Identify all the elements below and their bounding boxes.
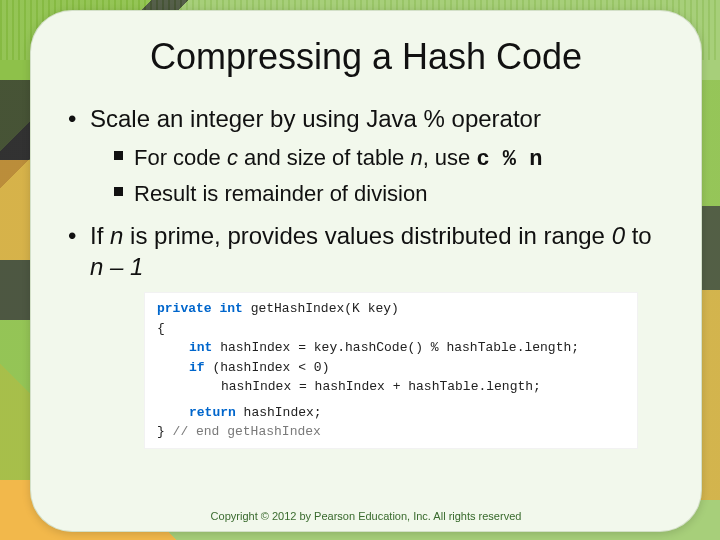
b2-nm1-rest: – 1: [103, 253, 143, 280]
code-line-1: private int getHashIndex(K key): [157, 299, 625, 319]
b2-pre: If: [90, 222, 110, 249]
slide-card: Compressing a Hash Code Scale an integer…: [30, 10, 702, 532]
code-line-7: } // end getHashIndex: [157, 422, 625, 442]
code-line-3: int hashIndex = key.hashCode() % hashTab…: [157, 338, 625, 358]
sub1-post: , use: [423, 145, 477, 170]
code-line-4: if (hashIndex < 0): [157, 358, 625, 378]
code-line-2: {: [157, 319, 625, 339]
sub1-var-c: c: [227, 145, 238, 170]
code-l2a: (hashIndex < 0): [205, 360, 330, 375]
code-comment: // end getHashIndex: [173, 424, 321, 439]
bullet-list: Scale an integer by using Java % operato…: [64, 104, 668, 282]
sub-bullet-2: Result is remainder of division: [112, 177, 668, 211]
b2-var-n: n: [110, 222, 123, 249]
kw-int-2: int: [189, 340, 212, 355]
code-line-6: return hashIndex;: [157, 403, 625, 423]
code-l4: hashIndex;: [236, 405, 322, 420]
b2-nm1-n: n: [90, 253, 103, 280]
fn-sig: getHashIndex(K key): [243, 301, 399, 316]
sub1-var-n: n: [410, 145, 422, 170]
sub1-pre: For code: [134, 145, 227, 170]
copyright-footer: Copyright © 2012 by Pearson Education, I…: [30, 510, 702, 522]
sub1-code-expr: c % n: [476, 147, 542, 172]
sub-bullet-1: For code c and size of table n, use c % …: [112, 141, 668, 177]
b2-zero: 0: [612, 222, 625, 249]
code-snippet: private int getHashIndex(K key) { int ha…: [144, 292, 638, 449]
bullet-2: If n is prime, provides values distribut…: [64, 221, 668, 282]
kw-if: if: [189, 360, 205, 375]
kw-return: return: [189, 405, 236, 420]
slide-title: Compressing a Hash Code: [64, 36, 668, 78]
kw-private: private: [157, 301, 212, 316]
b2-mid: is prime, provides values distributed in…: [123, 222, 611, 249]
bullet-1-text: Scale an integer by using Java % operato…: [90, 105, 541, 132]
bullet-1: Scale an integer by using Java % operato…: [64, 104, 668, 211]
b2-to: to: [625, 222, 652, 249]
code-line-5: hashIndex = hashIndex + hashTable.length…: [157, 377, 625, 397]
sub1-mid: and size of table: [238, 145, 410, 170]
brace-close: }: [157, 424, 173, 439]
code-l1a: hashIndex = key.hashCode() % hashTable.l…: [212, 340, 579, 355]
sub-bullet-list-1: For code c and size of table n, use c % …: [112, 141, 668, 211]
kw-int-1: int: [219, 301, 242, 316]
